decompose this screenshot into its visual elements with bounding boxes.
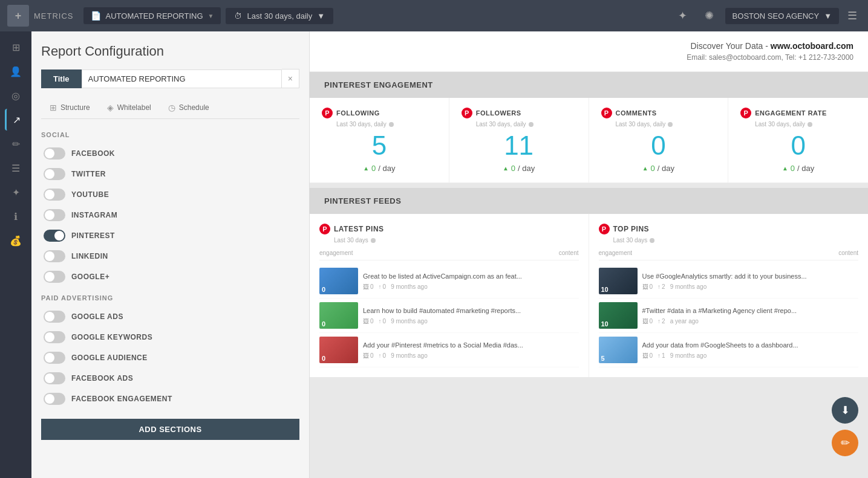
tab-structure[interactable]: ⊞ Structure	[41, 98, 99, 118]
top-pin-text-0: Use #GoogleAnalytics smartly: add it to …	[642, 272, 859, 280]
sidebar-icon-grid[interactable]: ⊞	[5, 36, 27, 58]
top-pin-row-0: 10 Use #GoogleAnalytics smartly: add it …	[599, 264, 859, 299]
top-pin-num-1: 10	[601, 320, 609, 328]
sidebar-icon-analytics[interactable]: ↗	[5, 109, 27, 131]
toggle-google-keywords: GOOGLE KEYWORDS	[41, 327, 299, 347]
fab-download-btn[interactable]: ⬇	[832, 397, 858, 424]
metric-followers: P FOLLOWERS Last 30 days, daily 11 ▲ 0 /…	[449, 98, 589, 182]
google-keywords-toggle[interactable]	[44, 331, 65, 343]
structure-icon: ⊞	[50, 103, 57, 112]
twitter-toggle[interactable]	[44, 168, 65, 180]
agency-dropdown[interactable]: BOSTON SEO AGENCY ▼	[725, 8, 839, 24]
tab-whitelabel[interactable]: ◈ Whitelabel	[99, 98, 160, 118]
tab-structure-label: Structure	[60, 103, 90, 112]
pinterest-engagement-banner: PINTEREST ENGAGEMENT	[310, 72, 868, 98]
googleplus-label: GOOGLE+	[71, 273, 109, 281]
fab-edit-btn[interactable]: ✏	[832, 430, 858, 456]
pinterest-toggle[interactable]	[44, 230, 65, 242]
metric-following: P FOLLOWING Last 30 days, daily 5 ▲ 0 / …	[310, 98, 449, 182]
comments-daily: ▲ 0 / day	[601, 164, 716, 173]
followers-subtitle: Last 30 days, daily	[462, 121, 576, 128]
flame-icon-btn[interactable]: ✺	[699, 5, 720, 27]
top-pin-thumb-0: 10	[599, 268, 638, 294]
top-pin-likes-1: 🖼 0	[642, 318, 653, 325]
top-pin-likes-2: 🖼 0	[642, 352, 653, 359]
googleplus-toggle[interactable]	[44, 271, 65, 283]
latest-pin-thumb-1: 0	[319, 302, 358, 329]
youtube-toggle[interactable]	[44, 189, 65, 201]
title-tab[interactable]: Title	[41, 69, 82, 88]
brand-line: Discover Your Data - www.octoboard.com	[324, 41, 853, 51]
google-audience-toggle[interactable]	[44, 352, 65, 364]
sidebar-icon-list[interactable]: ☰	[5, 157, 27, 179]
comments-name: COMMENTS	[616, 109, 657, 117]
toggle-google-ads: GOOGLE ADS	[41, 306, 299, 327]
latest-pins-header: P LATEST PINS	[319, 224, 579, 234]
top-pin-meta-0: 🖼 0 ↑ 2 9 months ago	[642, 283, 859, 290]
time-dropdown-arrow: ▼	[317, 11, 325, 21]
comments-info-dot	[668, 122, 673, 127]
latest-pin-num-0: 0	[322, 286, 325, 293]
comments-unit: / day	[658, 164, 674, 173]
latest-pin-meta-0: 🖼 0 ↑ 0 9 months ago	[363, 283, 579, 290]
toggle-facebook: FACEBOOK	[41, 143, 299, 164]
instagram-toggle[interactable]	[44, 209, 65, 221]
add-sections-button[interactable]: ADD SECTIONS	[41, 419, 299, 440]
top-pin-time-0: 9 months ago	[670, 283, 707, 290]
following-arrow-up: ▲	[363, 165, 369, 172]
top-pin-time-1: a year ago	[670, 318, 699, 325]
top-pins-panel: P TOP PINS Last 30 days engagement conte…	[589, 214, 869, 377]
facebook-engagement-toggle[interactable]	[44, 393, 65, 405]
sidebar-icon-billing[interactable]: 💰	[5, 230, 27, 251]
latest-pin-row-0: 0 Great to be listed at ActiveCampaign.c…	[319, 264, 579, 299]
hamburger-menu[interactable]: ☰	[844, 5, 861, 26]
latest-pin-thumb-2: 0	[319, 337, 358, 363]
sidebar-icon-edit[interactable]: ✏	[5, 133, 27, 155]
top-col1: engagement	[599, 250, 633, 256]
facebook-toggle[interactable]	[44, 147, 65, 160]
title-input[interactable]	[82, 69, 282, 88]
engagement-rate-unit: / day	[797, 164, 814, 173]
latest-pin-repins-2: ↑ 0	[379, 352, 387, 359]
top-pin-text-1: #Twitter #data in a #Marketing Agency cl…	[642, 306, 859, 315]
toggle-facebook-ads: FACEBOOK ADS	[41, 368, 299, 389]
nav-metrics-label: METRICS	[34, 11, 74, 21]
latest-col1: engagement	[319, 250, 353, 256]
sidebar-icon-circle[interactable]: ◎	[5, 85, 27, 106]
latest-pin-text-1: Learn how to build #automated #marketing…	[363, 306, 579, 315]
facebook-ads-toggle[interactable]	[44, 372, 65, 384]
top-pin-num-0: 10	[601, 286, 609, 293]
sidebar-icon-star[interactable]: ✦	[5, 181, 27, 203]
latest-pin-num-1: 0	[322, 320, 325, 328]
latest-pins-pinterest-icon: P	[319, 224, 330, 234]
latest-pin-thumb-0: 0	[319, 268, 358, 294]
spark-icon-btn[interactable]: ✦	[672, 5, 694, 27]
time-dropdown[interactable]: ⏱ Last 30 days, daily ▼	[226, 8, 333, 24]
latest-pin-text-2: Add your #Pinterest #metrics to a Social…	[363, 341, 579, 349]
title-clear-btn[interactable]: ×	[282, 69, 299, 88]
followers-value: 11	[462, 132, 576, 159]
google-ads-toggle[interactable]	[44, 311, 65, 323]
app-body: ⊞ 👤 ◎ ↗ ✏ ☰ ✦ ℹ 💰 Report Configuration T…	[0, 31, 868, 478]
sidebar-icon-users[interactable]: 👤	[5, 60, 27, 82]
pinterest-comments-icon: P	[601, 108, 612, 118]
metric-engagement-rate: P ENGAGEMENT RATE Last 30 days, daily 0 …	[728, 98, 868, 182]
followers-info-dot	[529, 122, 534, 127]
top-pins-subtitle: Last 30 days	[599, 237, 859, 244]
top-pin-repins-0: ↑ 2	[658, 283, 665, 290]
latest-col2: content	[559, 250, 579, 256]
nav-logo[interactable]: +	[7, 5, 29, 27]
top-pin-row-2: 5 Add your data from #GoogleSheets to a …	[599, 333, 859, 367]
time-icon: ⏱	[234, 11, 242, 21]
youtube-label: YOUTUBE	[71, 190, 109, 199]
config-title: Report Configuration	[41, 44, 299, 59]
top-pin-thumb-2: 5	[599, 337, 638, 363]
sidebar-icon-info[interactable]: ℹ	[5, 205, 27, 227]
linkedin-toggle[interactable]	[44, 250, 65, 262]
engagement-rate-value: 0	[740, 132, 856, 159]
linkedin-label: LINKEDIN	[71, 252, 108, 260]
pinterest-feeds-banner: PINTEREST FEEDS	[310, 188, 868, 214]
tab-schedule[interactable]: ◷ Schedule	[160, 98, 218, 118]
report-dropdown[interactable]: 📄 AUTOMATED REPORTING ▼	[83, 7, 221, 24]
metrics-grid: P FOLLOWING Last 30 days, daily 5 ▲ 0 / …	[310, 98, 868, 183]
